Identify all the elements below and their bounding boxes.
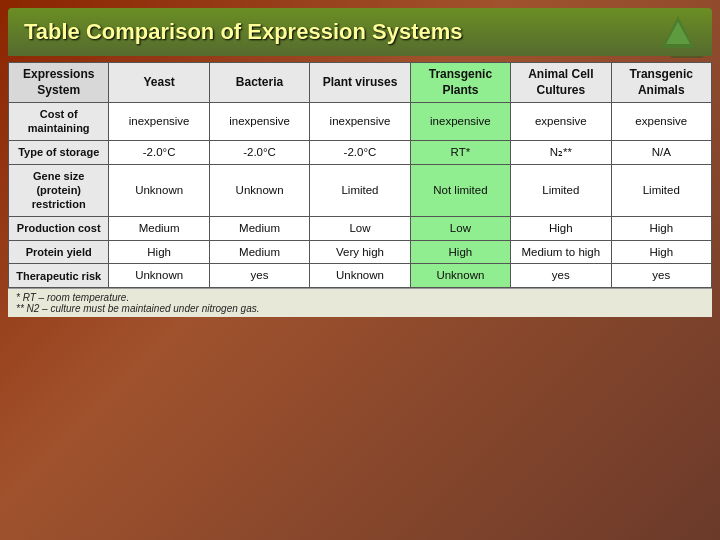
table-cell-r0-c3: inexpensive xyxy=(410,103,510,141)
row-label-3: Production cost xyxy=(9,216,109,240)
table-cell-r4-c2: Very high xyxy=(310,240,410,264)
corner-decoration-icon xyxy=(660,14,696,50)
table-cell-r1-c3: RT* xyxy=(410,140,510,164)
table-row: Gene size (protein) restrictionUnknownUn… xyxy=(9,164,712,216)
col-header-transgenic-plants: Transgenic Plants xyxy=(410,63,510,103)
table-cell-r5-c3: Unknown xyxy=(410,264,510,288)
table-cell-r0-c4: expensive xyxy=(511,103,611,141)
table-cell-r3-c0: Medium xyxy=(109,216,209,240)
table-cell-r0-c2: inexpensive xyxy=(310,103,410,141)
table-cell-r0-c1: inexpensive xyxy=(209,103,309,141)
table-cell-r5-c2: Unknown xyxy=(310,264,410,288)
table-cell-r1-c0: -2.0°C xyxy=(109,140,209,164)
table-row: Therapeutic riskUnknownyesUnknownUnknown… xyxy=(9,264,712,288)
table-cell-r2-c5: Limited xyxy=(611,164,711,216)
col-header-transgenic-animals: Transgenic Animals xyxy=(611,63,711,103)
col-header-expressions: Expressions System xyxy=(9,63,109,103)
row-label-1: Type of storage xyxy=(9,140,109,164)
table-cell-r4-c5: High xyxy=(611,240,711,264)
footer-line2: ** N2 – culture must be maintained under… xyxy=(16,303,704,314)
table-cell-r1-c5: N/A xyxy=(611,140,711,164)
table-cell-r3-c5: High xyxy=(611,216,711,240)
table-cell-r5-c4: yes xyxy=(511,264,611,288)
table-cell-r3-c1: Medium xyxy=(209,216,309,240)
table-row: Protein yieldHighMediumVery highHighMedi… xyxy=(9,240,712,264)
table-row: Production costMediumMediumLowLowHighHig… xyxy=(9,216,712,240)
table-cell-r0-c0: inexpensive xyxy=(109,103,209,141)
table-cell-r4-c3: High xyxy=(410,240,510,264)
comparison-table: Expressions System Yeast Bacteria Plant … xyxy=(8,62,712,288)
footer-line1: * RT – room temperature. xyxy=(16,292,704,303)
table-cell-r3-c3: Low xyxy=(410,216,510,240)
table-cell-r2-c4: Limited xyxy=(511,164,611,216)
row-label-2: Gene size (protein) restriction xyxy=(9,164,109,216)
table-cell-r4-c0: High xyxy=(109,240,209,264)
title-bar: Table Comparison of Expression Systems xyxy=(8,8,712,56)
table-cell-r3-c2: Low xyxy=(310,216,410,240)
table-cell-r0-c5: expensive xyxy=(611,103,711,141)
row-label-0: Cost of maintaining xyxy=(9,103,109,141)
table-cell-r3-c4: High xyxy=(511,216,611,240)
table-cell-r5-c0: Unknown xyxy=(109,264,209,288)
table-cell-r1-c1: -2.0°C xyxy=(209,140,309,164)
table-row: Cost of maintaininginexpensiveinexpensiv… xyxy=(9,103,712,141)
table-cell-r4-c4: Medium to high xyxy=(511,240,611,264)
table-cell-r2-c0: Unknown xyxy=(109,164,209,216)
content-area: Table Comparison of Expression Systems E… xyxy=(8,8,712,317)
col-header-animal-cell: Animal Cell Cultures xyxy=(511,63,611,103)
table-cell-r5-c5: yes xyxy=(611,264,711,288)
col-header-plant-viruses: Plant viruses xyxy=(310,63,410,103)
table-container: Expressions System Yeast Bacteria Plant … xyxy=(8,62,712,317)
table-cell-r4-c1: Medium xyxy=(209,240,309,264)
col-header-yeast: Yeast xyxy=(109,63,209,103)
header-row: Expressions System Yeast Bacteria Plant … xyxy=(9,63,712,103)
table-cell-r2-c2: Limited xyxy=(310,164,410,216)
row-label-5: Therapeutic risk xyxy=(9,264,109,288)
col-header-bacteria: Bacteria xyxy=(209,63,309,103)
page-title: Table Comparison of Expression Systems xyxy=(24,19,463,45)
table-cell-r5-c1: yes xyxy=(209,264,309,288)
table-cell-r1-c2: -2.0°C xyxy=(310,140,410,164)
table-row: Type of storage-2.0°C-2.0°C-2.0°CRT*N₂**… xyxy=(9,140,712,164)
table-cell-r2-c1: Unknown xyxy=(209,164,309,216)
table-cell-r2-c3: Not limited xyxy=(410,164,510,216)
page-wrapper: Table Comparison of Expression Systems E… xyxy=(0,0,720,540)
table-cell-r1-c4: N₂** xyxy=(511,140,611,164)
row-label-4: Protein yield xyxy=(9,240,109,264)
footer-bar: * RT – room temperature. ** N2 – culture… xyxy=(8,288,712,317)
